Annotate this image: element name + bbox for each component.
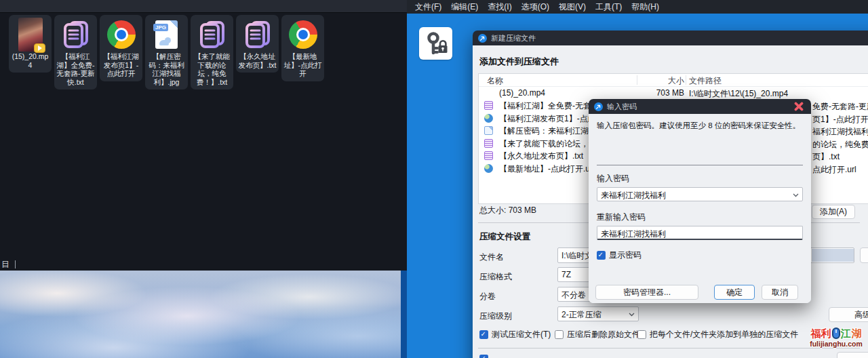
- menu-options[interactable]: 选项(O): [517, 0, 554, 14]
- separate-archives-checkbox[interactable]: 把每个文件/文件夹添加到单独的压缩文件: [637, 330, 798, 340]
- desktop-icon-video-file[interactable]: (15)_20.mp4: [9, 15, 52, 73]
- menu-view[interactable]: 视图(V): [554, 0, 591, 14]
- menu-file[interactable]: 文件(F): [410, 0, 446, 14]
- blue-edge-strip: [401, 271, 407, 358]
- desktop-icon-label: 【福利江湖发布页1】-点此打开: [101, 52, 141, 78]
- add-button[interactable]: 添加(A): [812, 205, 855, 219]
- file-path: I:\临时文件\12\(15)_20.mp4: [689, 88, 788, 100]
- column-header-path[interactable]: 文件路径: [689, 75, 722, 87]
- level-dropdown[interactable]: 2-正常压缩: [557, 306, 639, 321]
- notepad-icon: [237, 17, 277, 52]
- desktop-area: (15)_20.mp4 【福利江湖】全免费-无套路-更新快.txt 【福利江湖发: [0, 0, 407, 358]
- column-separator: [637, 75, 637, 85]
- delete-after-checkbox[interactable]: 压缩后删除原始文件: [555, 330, 640, 340]
- status-text: 目: [1, 259, 9, 271]
- txt-file-icon: [484, 139, 493, 148]
- checkbox-label: 测试压缩文件(T): [492, 329, 551, 340]
- ok-button[interactable]: 确定: [714, 285, 755, 300]
- checkbox-unchecked-icon: [555, 330, 564, 339]
- password-combobox[interactable]: 来福利江湖找福利: [597, 187, 803, 201]
- chevron-down-icon: [793, 193, 799, 197]
- reenter-password-input[interactable]: 来福利江湖找福利: [597, 226, 803, 240]
- password-manager-button[interactable]: 密码管理器...: [595, 285, 698, 300]
- desktop-icon-txt-file-2[interactable]: 【来了就能下载的论坛，纯免费！】.txt: [191, 15, 233, 90]
- file-name: (15)_20.mp4: [499, 88, 545, 98]
- menu-tools[interactable]: 工具(T): [591, 0, 627, 14]
- notepad-icon: [192, 17, 232, 52]
- desktop-icon-txt-file-3[interactable]: 【永久地址发布页】.txt: [236, 15, 279, 73]
- archive-settings-heading: 压缩文件设置: [479, 231, 530, 243]
- key-lock-icon: [425, 31, 448, 56]
- column-header-name[interactable]: 名称: [487, 75, 503, 87]
- path-fragment: 页】.txt: [812, 151, 840, 163]
- filename-label: 文件名: [479, 252, 504, 263]
- desktop-icon-grid: (15)_20.mp4 【福利江湖】全免费-无套路-更新快.txt 【福利江湖发: [9, 15, 402, 90]
- cancel-button[interactable]: 取消: [762, 285, 798, 300]
- site-watermark: 福利 江 湖 fulijianghu.com: [804, 327, 868, 348]
- menu-help[interactable]: 帮助(H): [627, 0, 664, 14]
- chevron-down-icon: [629, 313, 635, 317]
- chrome-icon: [283, 17, 323, 52]
- file-row[interactable]: (15)_20.mp4 703 MB I:\临时文件\12\(15)_20.mp…: [479, 87, 868, 100]
- desktop-icon-label: 【福利江湖】全免费-无套路-更新快.txt: [56, 52, 96, 86]
- checkbox-label: 压缩后删除原始文件: [567, 329, 640, 340]
- desktop-icon-label: 【最新地址】-点此打开: [283, 52, 323, 78]
- text-selection: [812, 249, 854, 262]
- file-name: 【最新地址】-点此打开.url: [499, 163, 595, 175]
- txt-file-icon: [484, 101, 493, 110]
- menu-edit[interactable]: 编辑(E): [446, 0, 483, 14]
- add-files-heading: 添加文件到压缩文件: [479, 56, 559, 68]
- volume-label: 分卷: [479, 291, 496, 302]
- screen: (15)_20.mp4 【福利江湖】全免费-无套路-更新快.txt 【福利江湖发: [0, 0, 868, 358]
- checkbox-checked-icon: [479, 330, 488, 339]
- enter-password-label: 输入密码: [597, 173, 629, 184]
- partial-checkbox-row[interactable]: [479, 354, 488, 358]
- watermark-text: 福利: [811, 328, 831, 338]
- sky-wallpaper: [0, 271, 407, 358]
- desktop-icon-url-2[interactable]: 【最新地址】-点此打开: [281, 15, 324, 81]
- format-label: 压缩格式: [479, 271, 512, 283]
- chrome-icon: [101, 17, 141, 52]
- watermark-text: 江: [841, 328, 851, 338]
- checkbox-checked-icon: [479, 355, 488, 358]
- advanced-button[interactable]: 高级: [829, 307, 868, 322]
- dialog-title-bar: 输入密码: [589, 99, 811, 114]
- desktop-icon-txt-file-1[interactable]: 【福利江湖】全免费-无套路-更新快.txt: [54, 15, 97, 90]
- file-name: 【永久地址发布页】.txt: [499, 151, 583, 162]
- txt-file-icon: [484, 151, 493, 160]
- file-size: 703 MB: [635, 88, 684, 98]
- total-size-text: 总大小: 703 MB: [479, 205, 536, 216]
- level-label: 压缩级别: [479, 311, 512, 322]
- partial-bottom-button[interactable]: [837, 352, 868, 358]
- dialog-body: [589, 114, 811, 303]
- url-file-icon: [484, 114, 493, 123]
- close-icon[interactable]: [793, 102, 804, 111]
- desktop-icon-label: (15)_20.mp4: [10, 52, 50, 69]
- dialog-title-bar: 新建压缩文件: [473, 31, 868, 45]
- path-fragment: 免费-无套路-更新.: [812, 101, 868, 113]
- mouse-icon: [832, 327, 840, 339]
- video-thumbnail-icon: [10, 17, 50, 52]
- desktop-icon-label: 【来了就能下载的论坛，纯免费！】.txt: [192, 52, 232, 86]
- path-fragment: 点此打开.url: [812, 164, 856, 176]
- text-caret: [15, 260, 16, 268]
- test-archive-checkbox[interactable]: 测试压缩文件(T): [479, 330, 551, 340]
- menu-find[interactable]: 查找(I): [483, 0, 516, 14]
- password-key-button[interactable]: [419, 27, 452, 60]
- path-fragment: 页1】-点此打开.url: [812, 114, 868, 125]
- desktop-icon-url-1[interactable]: 【福利江湖发布页1】-点此打开: [100, 15, 142, 81]
- show-password-checkbox[interactable]: 显示密码: [597, 250, 642, 260]
- desktop-top-strip: [0, 0, 407, 13]
- password-dialog: 输入密码 输入压缩包密码。建议使用至少 8 位的密码来保证安全性。 输入密码 来…: [589, 99, 811, 303]
- desktop-icon-label: 【解压密码：来福利江湖找福利】.jpg: [146, 52, 186, 86]
- divider: [478, 348, 860, 349]
- divider: [597, 165, 803, 165]
- jpg-file-icon: JPG: [146, 17, 186, 52]
- column-separator: [686, 75, 686, 85]
- menu-bar: 文件(F) 编辑(E) 查找(I) 选项(O) 视图(V) 工具(T) 帮助(H…: [407, 0, 868, 14]
- column-header-size[interactable]: 大小: [635, 75, 684, 87]
- desktop-icon-jpg-file[interactable]: JPG 【解压密码：来福利江湖找福利】.jpg: [145, 15, 188, 90]
- browse-button[interactable]: [860, 247, 868, 263]
- path-fragment: 的论坛，纯免费！: [812, 139, 868, 151]
- dialog-title: 输入密码: [607, 102, 637, 112]
